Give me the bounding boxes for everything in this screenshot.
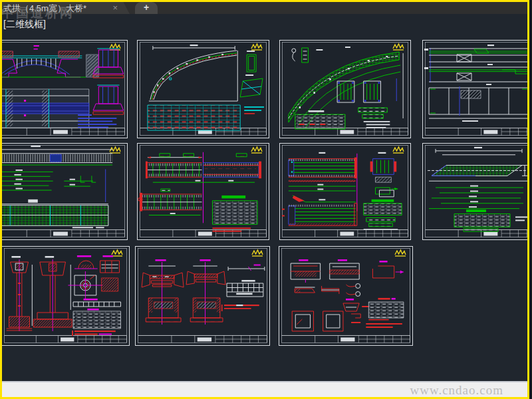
cross-section-detail [370, 152, 397, 182]
quantity-table [295, 110, 345, 129]
transverse-brace-drawing [422, 40, 527, 138]
skew-plate-detail [240, 74, 263, 97]
document-tab[interactable]: 式拱（4.5m宽）大桥* × [2, 1, 130, 14]
table-and-labels [364, 200, 402, 230]
arch-section-detail [247, 51, 256, 72]
sheet-deck-longitudinal-reinforcement[interactable] [2, 143, 128, 240]
coordinates-table [148, 105, 240, 130]
deck-plan-hatched [2, 200, 108, 228]
white-tables [73, 299, 120, 329]
tab-close-icon[interactable]: × [112, 3, 118, 13]
rebar-table [212, 196, 257, 224]
detail-section-2 [330, 263, 359, 279]
notes-red [212, 227, 251, 231]
beam-reinforcement-2-drawing [279, 143, 411, 240]
status-strip: www.cndao.com [2, 381, 527, 397]
bearing-table [227, 280, 263, 297]
sheet-beam-reinforcement-1[interactable] [137, 143, 269, 240]
misc-details-drawing [279, 246, 413, 346]
upper-beam [289, 152, 357, 178]
beam-reinforcement-1-drawing [137, 143, 269, 240]
sheet-pier-column-details[interactable] [2, 246, 130, 346]
document-tab-title: 式拱（4.5m宽）大桥* [3, 3, 110, 15]
slab-reinforcement-drawing [422, 143, 527, 240]
red-notes [366, 323, 402, 328]
titlebar: 式拱（4.5m宽）大桥* × + [2, 1, 527, 14]
brace-plan-1 [424, 45, 527, 62]
label-boxes-and-notes [358, 108, 390, 128]
table-note-text [244, 106, 264, 114]
chord-and-bars [289, 180, 356, 202]
detail-hoop [372, 266, 403, 278]
deck-longitudinal-drawing [2, 143, 128, 240]
small-bar-details [295, 284, 360, 297]
small-plate-details [376, 188, 398, 197]
brace-section [429, 84, 527, 122]
sheet-arch-ring-coordinates[interactable] [137, 40, 269, 138]
pile-circle-detail [68, 271, 102, 299]
application-window: 式拱（4.5m宽）大桥* × + 中国道桥网 [二维线框] [0, 0, 532, 399]
detail-section-1 [291, 263, 320, 283]
sheet-bridge-general-layout[interactable] [2, 40, 128, 138]
column-a-elevation [7, 259, 33, 331]
viewport-style-label[interactable]: [二维线框] [3, 19, 46, 31]
new-tab-button[interactable]: + [135, 2, 158, 14]
arch-axis-diagram [149, 45, 237, 101]
rebar-shape-details [292, 47, 350, 63]
brace-plan-2 [424, 64, 527, 82]
wedge-detail [343, 303, 368, 311]
pier-column-drawing [2, 246, 130, 346]
beam-c-elevation [138, 189, 202, 215]
bridge-elevation-view [2, 45, 98, 77]
hatched-block [102, 278, 118, 291]
sheet-arch-rib-reinforcement[interactable] [279, 40, 411, 138]
red-note [221, 305, 259, 311]
slab-plan [428, 147, 527, 181]
seat-b [190, 298, 223, 322]
bridge-plan-view [2, 89, 89, 128]
arch-rib-reinforcement-drawing [279, 40, 411, 138]
longitudinal-bar-1 [153, 180, 255, 182]
slab-rebar-bars [429, 186, 523, 209]
site-watermark: www.cndao.com [410, 383, 503, 398]
cap-arc-detail [74, 261, 98, 269]
rebar-schedule-bars [2, 169, 106, 201]
red-notes [72, 331, 116, 336]
bearing-a [142, 262, 184, 325]
beam-b-elevation [203, 154, 262, 178]
lower-beam [282, 203, 357, 226]
sheet-beam-reinforcement-2[interactable] [279, 143, 411, 240]
slab-table [454, 209, 527, 231]
column-b-elevation [33, 259, 72, 331]
sheet-misc-component-details[interactable] [279, 246, 413, 346]
dim-lines [32, 265, 70, 326]
cap-section-detail [100, 261, 120, 273]
arch-ring-coordinates-drawing [137, 40, 269, 138]
misc-table [368, 298, 404, 321]
beam-a-elevation [146, 154, 202, 178]
bearing-b [186, 262, 225, 325]
view-labels [11, 256, 54, 258]
seat-a [146, 298, 181, 322]
sheet-transverse-brace-details[interactable] [422, 40, 527, 138]
reference-line [228, 265, 265, 271]
bearing-drawing [135, 246, 270, 346]
cad-model-canvas[interactable]: [二维线框] [2, 14, 527, 381]
sheet-slab-reinforcement[interactable] [422, 143, 527, 240]
bridge-general-layout-drawing [2, 40, 128, 138]
stirrup-squares [292, 311, 360, 331]
beam-elevation-band [2, 146, 112, 165]
sheet-bearing-details[interactable] [135, 246, 270, 346]
